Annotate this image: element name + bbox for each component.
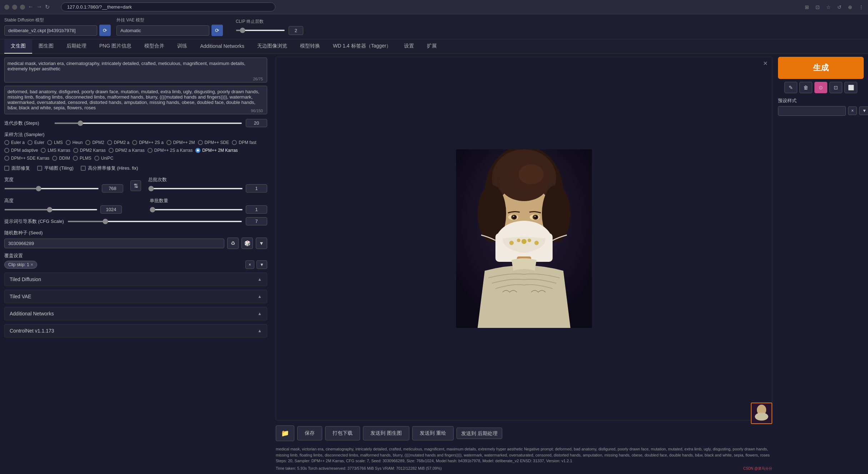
clip-skip-remove-btn[interactable]: × [31,262,33,267]
send-to-postprocess-btn[interactable]: 发送到 后期处理 [457,428,502,439]
preview-style-input[interactable] [778,106,846,116]
sd-model-refresh-btn[interactable]: ⟳ [99,25,111,36]
sampler-dpmpp2mkarras[interactable]: DPM++ 2M Karras [195,148,238,153]
tab-txt2img[interactable]: 文生图 [4,39,32,54]
tab-train[interactable]: 训练 [171,39,194,54]
thumbnail-1[interactable] [751,403,772,424]
browser-max[interactable] [20,5,25,10]
sampler-dpmpp2sa[interactable]: DPM++ 2S a [132,140,164,145]
batch-size-value[interactable]: 1 [246,205,267,214]
steps-slider[interactable] [54,123,242,124]
sampler-dpm2karras[interactable]: DPM2 Karras [73,148,106,153]
accordion-controlnet-header[interactable]: ControlNet v1.1.173 ▲ [5,324,267,337]
extra-btn[interactable]: ⬜ [844,82,857,93]
interrupt-btn[interactable]: ⊙ [814,82,827,93]
sampler-plms[interactable]: PLMS [73,156,91,161]
batch-count-value[interactable]: 1 [246,184,267,193]
seed-extra-btn[interactable]: ▼ [256,238,267,249]
sampler-euler-a[interactable]: Euler a [4,140,25,145]
back-btn[interactable]: ← [28,4,34,10]
sampler-dpmpp2m[interactable]: DPM++ 2M [166,140,195,145]
sampler-dpm2a[interactable]: DPM2 a [107,140,129,145]
clip-value[interactable]: 2 [289,26,303,35]
radio-dpmfast [232,140,237,145]
url-bar[interactable]: 127.0.0.1:7860/?__theme=dark [61,3,275,11]
folder-btn[interactable]: 📁 [276,425,294,441]
batch-count-slider[interactable] [148,188,243,189]
steps-label: 迭代步数 (Steps) [4,120,51,126]
preview-style-dropdown-btn[interactable]: ▼ [859,106,868,115]
tab-model-merge[interactable]: 模型合并 [138,39,171,54]
cfg-slider[interactable] [68,221,242,222]
sd-model-select[interactable]: deliberate_v2.ckpt [b4391b7978] [4,25,97,36]
cfg-value[interactable]: 7 [246,217,267,225]
vae-model-refresh-btn[interactable]: ⟳ [211,25,223,36]
thumbnail-strip [751,403,772,424]
steps-value[interactable]: 20 [246,119,267,127]
sampler-dpmpp2sakarras[interactable]: DPM++ 2S a Karras [148,148,193,153]
dimensions-row: 宽度 768 ⇅ 总批次数 1 [4,176,267,193]
send-to-redraw-btn[interactable]: 发送到 重绘 [412,426,454,440]
seed-input[interactable] [4,239,224,248]
clip-slider[interactable] [236,30,285,31]
pack-download-btn[interactable]: 打包下载 [325,426,360,440]
generate-btn[interactable]: 生成 [778,57,864,79]
accordion-controlnet-label: ControlNet v1.1.173 [10,328,54,334]
face-restore-checkbox[interactable]: 面部修复 [4,165,30,171]
browser-min[interactable] [12,5,17,10]
sampler-dpmppsdekarras[interactable]: DPM++ SDE Karras [4,156,49,161]
send-to-img2img-btn[interactable]: 发送到 图生图 [363,426,409,440]
sampler-dpm2[interactable]: DPM2 [85,140,104,145]
tab-png-info[interactable]: PNG 图片信息 [93,39,138,54]
radio-dpmadaptive [4,148,9,153]
sampler-dpm2akarras[interactable]: DPM2 a Karras [109,148,145,153]
refresh-btn[interactable]: ↻ [45,4,50,10]
sampler-dpmadaptive[interactable]: DPM adaptive [4,148,38,153]
sampler-heun[interactable]: Heun [66,140,83,145]
tab-settings[interactable]: 设置 [398,39,420,54]
seed-random-btn[interactable]: 🎲 [241,238,253,249]
height-value[interactable]: 1024 [100,205,122,214]
browser-close[interactable] [4,5,9,10]
vae-model-select[interactable]: Automatic [116,25,209,36]
seed-recycle-btn[interactable]: ♻ [227,238,239,249]
preview-select-wrap: × ▼ ⟳ [778,105,864,116]
negative-prompt-input[interactable]: deformed, bad anatomy, disfigured, poorl… [4,86,267,114]
positive-prompt-input[interactable]: medical mask, victorian era, cinematogra… [4,58,267,83]
sampler-lms[interactable]: LMS [47,140,63,145]
swap-dimensions-btn[interactable]: ⇅ [130,180,141,191]
sampler-unipc[interactable]: UniPC [94,156,114,161]
edit-btn[interactable]: ✎ [784,82,797,93]
accordion-additional-networks-header[interactable]: Additional Networks ▲ [5,307,267,320]
override-x-btn[interactable]: × [245,260,254,269]
accordion-tiled-vae-header[interactable]: Tiled VAE ▲ [5,290,267,303]
preview-style-x-btn[interactable]: × [848,106,857,115]
override-section: 覆盖设置 Clip skip: 1 × × ▼ [4,253,267,269]
tab-model-convert[interactable]: 模型转换 [294,39,326,54]
sampler-dpmfast[interactable]: DPM fast [232,140,256,145]
sampler-euler[interactable]: Euler [28,140,44,145]
accordion-tiled-vae-arrow: ▲ [258,294,262,299]
hires-fix-checkbox[interactable]: 高分辨率修复 (Hires. fix) [81,165,138,171]
height-slider[interactable] [4,209,98,210]
tiling-checkbox[interactable]: 平铺图 (Tiling) [37,165,74,171]
tab-tagger[interactable]: WD 1.4 标签器（Tagger） [326,39,398,54]
override-dropdown-btn[interactable]: ▼ [256,260,267,269]
tab-postprocess[interactable]: 后期处理 [60,39,93,54]
save-btn[interactable]: 保存 [297,426,322,440]
width-value[interactable]: 768 [102,184,123,193]
batch-size-slider[interactable] [150,209,243,210]
accordion-tiled-diffusion-header[interactable]: Tiled Diffusion ▲ [5,273,267,286]
forward-btn[interactable]: → [36,4,42,10]
sampler-ddim[interactable]: DDIM [52,156,70,161]
sampler-lmskarras[interactable]: LMS Karras [41,148,70,153]
tab-additional-networks[interactable]: Additional Networks [194,40,251,53]
close-image-btn[interactable]: ✕ [761,59,770,68]
skip-btn[interactable]: ⊡ [829,82,842,93]
sampler-dpmppsde[interactable]: DPM++ SDE [198,140,229,145]
tab-extensions[interactable]: 扩展 [420,39,443,54]
width-slider[interactable] [4,188,99,189]
trash-btn[interactable]: 🗑 [799,82,812,93]
tab-infinite-browse[interactable]: 无边图像浏览 [251,39,294,54]
tab-img2img[interactable]: 图生图 [32,39,60,54]
